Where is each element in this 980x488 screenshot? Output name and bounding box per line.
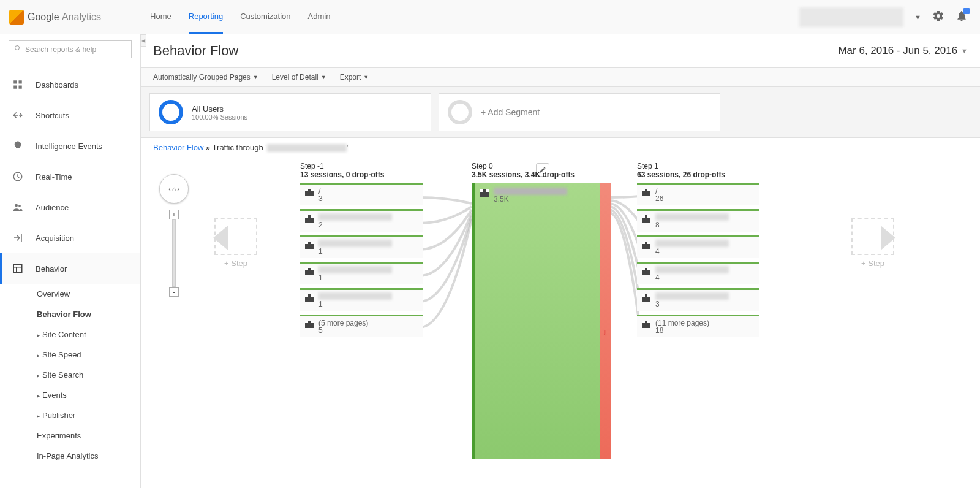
segment-row: All Users 100.00% Sessions + Add Segment (141, 87, 980, 137)
bulb-icon (11, 139, 24, 153)
search-placeholder: Search reports & help (25, 45, 96, 54)
svg-rect-3 (19, 80, 22, 83)
sidebar: ◀ Search reports & help Dashboards Short… (0, 34, 141, 488)
node-count: 5 (318, 326, 418, 335)
app-header: Google Analytics Home Reporting Customiz… (0, 0, 980, 34)
sidebar-item-dashboards[interactable]: Dashboards (0, 69, 140, 100)
page-icon (642, 189, 650, 196)
column-header: Step 1 63 sessions, 26 drop-offs (637, 162, 760, 179)
flow-node[interactable]: /26 (637, 183, 760, 205)
add-step-right[interactable]: + Step (851, 218, 894, 268)
page-icon (642, 242, 650, 249)
sidebar-item-behavior[interactable]: Behavior (0, 253, 140, 284)
nav-reporting[interactable]: Reporting (189, 1, 223, 34)
node-count: 4 (655, 247, 755, 256)
sidebar-item-acquisition[interactable]: Acquisition (0, 223, 140, 253)
zoom-in-button[interactable]: + (169, 210, 179, 219)
page-icon (642, 294, 650, 302)
add-segment-button[interactable]: + Add Segment (439, 93, 720, 131)
node-count: 26 (655, 194, 755, 203)
segment-title: All Users (192, 104, 247, 113)
sub-behavior-flow[interactable]: Behavior Flow (37, 304, 140, 324)
add-step-left[interactable]: + Step (214, 218, 257, 268)
flow-node[interactable]: 4 (637, 262, 760, 284)
sub-publisher[interactable]: ▸Publisher (37, 405, 140, 425)
sub-experiments[interactable]: Experiments (37, 425, 140, 446)
sidebar-item-shortcuts[interactable]: Shortcuts (0, 100, 140, 131)
account-selector[interactable] (799, 7, 903, 27)
flow-node[interactable]: 8 (637, 209, 760, 232)
sidebar-label: Audience (36, 203, 69, 212)
flow-column-step-1: Step 1 63 sessions, 26 drop-offs /268443… (637, 162, 760, 341)
flow-column-step-0: Step 0 3.5K sessions, 3.4K drop-offs 3.5… (472, 162, 600, 459)
sub-site-search[interactable]: ▸Site Search (37, 365, 140, 385)
caret-icon: ▸ (37, 352, 40, 359)
sidebar-label: Behavior (36, 264, 67, 273)
flow-column-step-minus1: Step -1 13 sessions, 0 drop-offs /32111(… (300, 162, 423, 341)
flow-node[interactable]: 3 (637, 288, 760, 311)
node-label (494, 188, 567, 195)
sidebar-label: Acquisition (36, 234, 74, 243)
node-label (655, 240, 729, 247)
chevron-left-icon[interactable]: ‹ (168, 185, 171, 193)
segment-all-users[interactable]: All Users 100.00% Sessions (149, 93, 431, 131)
flow-node[interactable]: 4 (637, 235, 760, 258)
header-right: ▼ (799, 7, 968, 27)
chevron-down-icon: ▼ (363, 74, 369, 80)
page-icon (642, 321, 650, 328)
column-header: Step -1 13 sessions, 0 drop-offs (300, 162, 423, 179)
notifications-bell-icon[interactable] (956, 10, 968, 24)
flow-node[interactable]: (5 more pages)5 (300, 315, 423, 337)
nav-customization[interactable]: Customization (240, 1, 290, 34)
sidebar-item-intelligence[interactable]: Intelligence Events (0, 131, 140, 161)
account-dropdown-caret-icon[interactable]: ▼ (914, 13, 921, 21)
sub-events[interactable]: ▸Events (37, 385, 140, 405)
pan-control[interactable]: ‹ ⌂ › (159, 174, 189, 204)
settings-gear-icon[interactable] (932, 10, 944, 24)
flow-node[interactable]: /3 (300, 183, 423, 205)
logo[interactable]: Google Analytics (9, 10, 101, 25)
chevron-down-icon: ▼ (253, 74, 258, 80)
export-dropdown[interactable]: Export▼ (340, 73, 369, 82)
svg-point-8 (18, 205, 21, 207)
flow-node[interactable]: 1 (300, 288, 423, 311)
sidebar-collapse-icon[interactable]: ◀ (140, 34, 146, 47)
zoom-out-button[interactable]: - (169, 287, 179, 297)
sub-site-content[interactable]: ▸Site Content (37, 324, 140, 345)
flow-node[interactable]: 2 (300, 209, 423, 232)
flow-node[interactable]: 1 (300, 235, 423, 258)
sub-inpage[interactable]: In-Page Analytics (37, 446, 140, 466)
flow-node[interactable]: 1 (300, 262, 423, 284)
sidebar-item-audience[interactable]: Audience (0, 192, 140, 223)
level-of-detail-dropdown[interactable]: Level of Detail▼ (272, 73, 326, 82)
svg-line-1 (19, 50, 21, 51)
caret-icon: ▸ (37, 332, 40, 338)
zoom-slider[interactable] (172, 219, 176, 287)
page-icon (305, 189, 314, 196)
sub-overview[interactable]: Overview (37, 284, 140, 304)
node-count: 2 (318, 221, 418, 229)
date-range-picker[interactable]: Mar 6, 2016 - Jun 5, 2016 ▼ (838, 45, 968, 57)
sub-site-speed[interactable]: ▸Site Speed (37, 345, 140, 365)
node-label: (5 more pages) (318, 319, 418, 326)
node-label: (11 more pages) (655, 319, 755, 326)
nav-admin[interactable]: Admin (308, 1, 331, 34)
acquisition-icon (11, 231, 24, 245)
breadcrumb-page-name (267, 144, 347, 152)
flow-node[interactable]: (11 more pages)18 (637, 315, 760, 337)
page-icon (305, 242, 314, 249)
sidebar-item-realtime[interactable]: Real-Time (0, 161, 140, 192)
search-input[interactable]: Search reports & help (9, 40, 132, 58)
chevron-right-icon[interactable]: › (177, 185, 179, 193)
node-count: 4 (655, 273, 755, 282)
chevron-down-icon: ▼ (321, 74, 326, 80)
flow-node-main[interactable]: 3.5K (472, 183, 600, 459)
home-icon[interactable]: ⌂ (172, 185, 176, 193)
breadcrumb-link[interactable]: Behavior Flow (153, 143, 203, 152)
flow-canvas[interactable]: ‹ ⌂ › + - + Step + Step (141, 157, 980, 488)
grouped-pages-dropdown[interactable]: Automatically Grouped Pages▼ (153, 73, 258, 82)
chevron-down-icon: ▼ (961, 47, 968, 55)
sidebar-label: Intelligence Events (36, 142, 102, 151)
node-label (318, 240, 392, 247)
nav-home[interactable]: Home (150, 1, 172, 34)
